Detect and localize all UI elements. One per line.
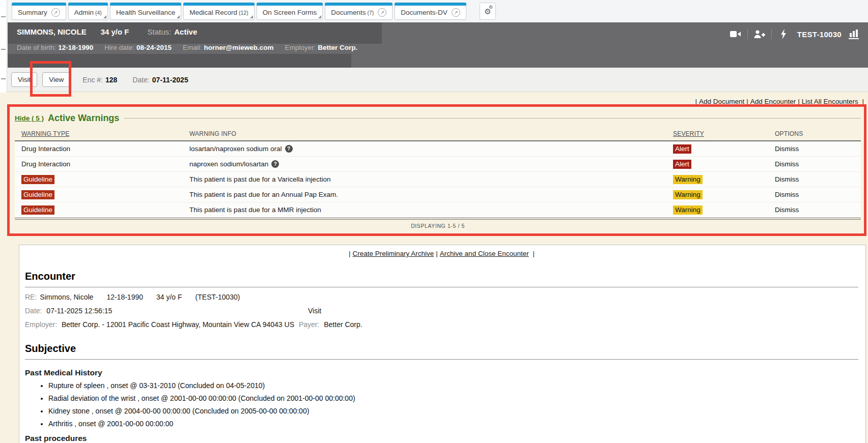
severity-badge: Warning — [673, 175, 703, 184]
archive-link[interactable]: Archive and Close Encounter — [440, 250, 529, 257]
hide-warnings-link[interactable]: Hide ( 5 ) — [15, 114, 44, 122]
payer-value: Better Corp. — [324, 320, 362, 329]
dismiss-link[interactable]: Dismiss — [775, 175, 799, 183]
chart-tab[interactable]: Summary ↗ — [12, 3, 66, 20]
warnings-table: WARNING TYPE WARNING INFO SEVERITY OPTIO… — [15, 127, 861, 232]
dismiss-link[interactable]: Dismiss — [775, 145, 799, 153]
tab-count: (7) — [367, 9, 374, 16]
tab-label: Documents-DV — [401, 9, 447, 16]
dismiss-link[interactable]: Dismiss — [775, 160, 799, 168]
patient-field: Employer:Better Corp. — [285, 44, 357, 51]
warning-row: Guideline This patient is past due for a… — [15, 172, 861, 187]
warning-type: Guideline — [21, 205, 54, 215]
field-label: Email: — [183, 44, 202, 51]
field-value: 08-24-2015 — [136, 44, 172, 51]
patient-header: SIMMONS, NICOLE 34 y/o F Status: Active … — [8, 22, 868, 68]
gutter-tick — [1, 78, 6, 79]
lightning-icon[interactable] — [777, 28, 790, 40]
warnings-table-header: WARNING TYPE WARNING INFO SEVERITY OPTIO… — [15, 127, 861, 140]
archive-links: |Create Preliminary Archive|Archive and … — [25, 250, 858, 257]
tab-count: (12) — [239, 9, 248, 16]
warnings-table-body: Drug Interaction losartan/naproxen sodiu… — [15, 140, 861, 218]
pmh-item: Rupture of spleen , onset @ 03-31-2010 (… — [48, 381, 858, 390]
encounter-heading: Encounter — [25, 271, 858, 282]
chart-tab[interactable]: Admin (4) — [68, 3, 108, 20]
employer-value: Better Corp. - 12001 Pacific Coast Highw… — [62, 320, 294, 329]
left-gutter — [0, 0, 7, 93]
dismiss-link[interactable]: Dismiss — [775, 206, 799, 214]
title-rule — [124, 118, 861, 119]
patient-age-sex: 34 y/o F — [101, 27, 129, 36]
dismiss-link[interactable]: Dismiss — [775, 191, 799, 198]
popout-icon[interactable]: ↗ — [378, 8, 386, 17]
add-person-icon[interactable] — [753, 28, 766, 40]
warning-row: Guideline This patient is past due for a… — [15, 187, 861, 202]
patient-chart-id: TEST-10030 — [797, 30, 842, 39]
tab-settings-button[interactable]: ⚙ ⚙ — [480, 3, 496, 20]
table-paging-status: DISPLAYING 1-5 / 5 — [15, 218, 861, 232]
warning-type: Guideline — [21, 190, 54, 199]
warning-info: naproxen sodium/losartan — [189, 160, 268, 168]
menu-fold-icon — [250, 15, 253, 18]
patient-name: SIMMONS, NICOLE — [17, 27, 87, 36]
tab-count: (4) — [95, 9, 102, 16]
column-header[interactable]: WARNING TYPE — [15, 130, 183, 137]
warning-info: losartan/naproxen sodium oral — [189, 145, 282, 153]
warning-info: This patient is past due for a Varicella… — [189, 175, 330, 183]
tab-label: Summary — [18, 9, 47, 16]
column-header[interactable]: OPTIONS — [768, 130, 861, 137]
warning-row: Drug Interaction losartan/naproxen sodiu… — [15, 141, 861, 157]
field-label: Hire date: — [104, 44, 134, 51]
encounter-toolbar: Visit View Enc #:128 Date:07-11-2025 — [0, 68, 868, 92]
re-line: RE:Simmons, Nicole12-18-199034 y/o F(TES… — [25, 293, 858, 301]
gear-icon-small: ⚙ — [489, 5, 493, 10]
chart-tab[interactable]: On Screen Forms — [257, 3, 323, 20]
chart-tab[interactable]: Documents (7) ↗ — [325, 3, 393, 20]
tab-label: Admin — [74, 9, 94, 16]
menu-fold-icon — [103, 15, 106, 18]
menu-fold-icon — [177, 15, 180, 18]
severity-badge: Warning — [673, 205, 703, 215]
popout-icon[interactable]: ↗ — [51, 8, 60, 17]
tab-label: Medical Record — [189, 9, 237, 16]
date-line: Date: 07-11-2025 12:56:15 Visit — [25, 307, 858, 315]
past-procedures-heading: Past procedures — [25, 434, 858, 443]
main-content: |Add Document|Add Encounter|List All Enc… — [0, 92, 868, 443]
field-value: Better Corp. — [318, 44, 357, 51]
column-header[interactable]: WARNING INFO — [183, 130, 666, 137]
tab-label: Documents — [331, 9, 366, 16]
severity-badge: Warning — [673, 190, 703, 199]
patient-field: Email:horner@mieweb.com — [183, 44, 273, 51]
pmh-item: Radial deviation of the wrist , onset @ … — [48, 394, 858, 402]
subjective-heading: Subjective — [25, 343, 858, 355]
chart-tab[interactable]: Health Surveillance — [110, 3, 181, 20]
help-icon[interactable]: ? — [285, 145, 293, 153]
divider — [747, 29, 748, 39]
re-chart-id: (TEST-10030) — [195, 293, 240, 301]
chart-tab-bar: Summary ↗ Admin (4) Health Surveillance … — [8, 0, 868, 22]
menu-fold-icon — [318, 15, 321, 18]
chart-tab[interactable]: Medical Record (12) — [183, 3, 254, 20]
help-icon[interactable]: ? — [271, 160, 279, 168]
re-dob: 12-18-1990 — [106, 293, 143, 301]
chart-tab[interactable]: Documents-DV ↗ — [395, 3, 466, 20]
video-call-icon[interactable] — [729, 28, 742, 40]
visit-type: Visit — [308, 307, 321, 315]
warning-row: Guideline This patient is past due for a… — [15, 202, 861, 218]
divider — [771, 29, 772, 39]
re-name: Simmons, Nicole — [40, 293, 93, 301]
warning-type: Drug Interaction — [21, 160, 70, 168]
chart-stats-icon[interactable] — [848, 28, 861, 40]
active-warnings-panel: Hide ( 5 ) Active Warnings WARNING TYPE … — [7, 104, 866, 236]
column-header[interactable]: SEVERITY — [666, 130, 768, 137]
pmh-item: Kidney stone , onset @ 2004-00-00 00:00:… — [48, 407, 858, 415]
archive-link[interactable]: Create Preliminary Archive — [353, 250, 434, 257]
popout-icon[interactable]: ↗ — [452, 8, 460, 17]
employer-line: Employer: Better Corp. - 12001 Pacific C… — [25, 320, 858, 329]
divider — [25, 359, 858, 360]
warning-type: Drug Interaction — [21, 145, 70, 153]
encounter-date: Date:07-11-2025 — [132, 76, 188, 84]
status-value: Active — [174, 27, 197, 36]
tab-label: Health Surveillance — [116, 9, 175, 16]
re-age-sex: 34 y/o F — [156, 293, 182, 301]
